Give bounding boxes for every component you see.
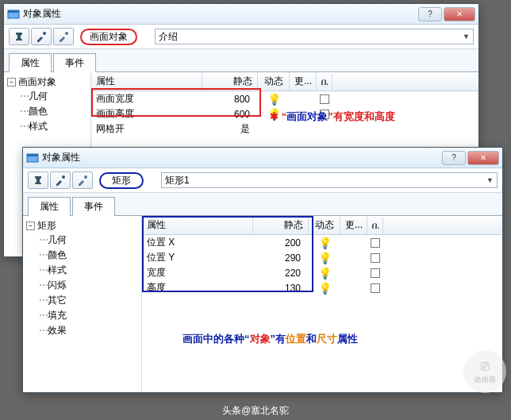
tree-item[interactable]: 填充 <box>39 308 138 323</box>
bulb-icon[interactable]: 💡 <box>309 283 340 294</box>
tabbar: 属性 事件 <box>23 193 502 216</box>
titlebar[interactable]: 对象属性 ? ✕ <box>4 4 478 25</box>
col-lock: በ. <box>317 74 332 90</box>
bulb-icon[interactable]: 💡 <box>258 94 290 105</box>
col-more: 更... <box>340 216 367 234</box>
collapse-icon[interactable]: − <box>7 78 16 87</box>
eyedropper-button[interactable] <box>31 28 52 45</box>
svg-point-3 <box>65 32 68 35</box>
help-button[interactable]: ? <box>442 151 466 165</box>
object-type-label: 矩形 <box>99 172 144 189</box>
footer-credit: 头条@塞北名驼 <box>0 402 511 420</box>
annotation-1: ✱ “画面对象”有宽度和高度 <box>270 110 395 124</box>
tree-item[interactable]: 其它 <box>39 293 138 308</box>
toolbar: 矩形 矩形1 ▼ <box>23 168 502 193</box>
object-selector-combo[interactable]: 介绍 ▼ <box>155 29 474 44</box>
tab-events[interactable]: 事件 <box>72 197 115 216</box>
col-lock: በ. <box>367 218 383 233</box>
titlebar[interactable]: 对象属性 ? ✕ <box>23 148 502 168</box>
bulb-icon[interactable]: 💡 <box>309 268 340 279</box>
app-icon <box>7 8 20 21</box>
object-type-label: 画面对象 <box>80 29 137 45</box>
pin-button[interactable] <box>9 28 29 45</box>
table-row[interactable]: 宽度 220 💡 <box>142 265 502 280</box>
svg-rect-1 <box>8 10 19 13</box>
tree-item[interactable]: 闪烁 <box>39 278 138 293</box>
table-row[interactable]: 画面宽度 800 💡 <box>91 91 478 106</box>
eyedropper2-button[interactable] <box>72 171 93 189</box>
router-icon: ⎚ <box>481 358 490 375</box>
toolbar: 画面对象 介绍 ▼ <box>4 25 478 49</box>
svg-point-6 <box>62 175 65 179</box>
chevron-down-icon: ▼ <box>486 176 494 184</box>
tree-item[interactable]: 样式 <box>39 263 138 278</box>
tree-item[interactable]: 颜色 <box>20 104 87 119</box>
tree-root[interactable]: − 矩形 <box>26 219 138 233</box>
svg-point-7 <box>84 175 87 179</box>
tab-properties[interactable]: 属性 <box>9 53 52 72</box>
chevron-down-icon: ▼ <box>463 33 470 40</box>
annotation-2: 画面中的各种“对象”有位置和尺寸属性 <box>182 332 358 346</box>
col-attr: 属性 <box>91 72 202 91</box>
table-row[interactable]: 位置 Y 290 💡 <box>142 250 502 265</box>
app-icon <box>26 152 39 164</box>
collapse-icon[interactable]: − <box>26 222 35 230</box>
tree-panel: − 矩形 几何 颜色 样式 闪烁 其它 填充 效果 <box>23 216 142 392</box>
bulb-icon[interactable]: 💡 <box>309 252 340 264</box>
tree-item[interactable]: 颜色 <box>39 248 138 263</box>
window-object-props-2: 对象属性 ? ✕ 矩形 矩形1 ▼ 属性 事件 − 矩形 几何 颜色 样式 <box>22 147 503 393</box>
checkbox[interactable] <box>371 268 380 278</box>
col-static: 静态 <box>202 72 258 91</box>
svg-point-2 <box>43 32 46 35</box>
tree-item[interactable]: 样式 <box>20 119 87 134</box>
col-attr: 属性 <box>142 216 253 234</box>
col-dynamic: 动态 <box>309 216 340 234</box>
checkbox[interactable] <box>371 238 380 248</box>
table-header: 属性 静态 动态 更... በ. <box>91 72 478 91</box>
table-header: 属性 静态 动态 更... በ. <box>142 216 502 235</box>
properties-table: 属性 静态 动态 更... በ. 位置 X 200 💡 位置 Y 290 💡 <box>142 216 502 392</box>
watermark-badge: ⎚ 路由器 <box>463 350 506 393</box>
close-button[interactable]: ✕ <box>467 151 499 165</box>
tab-events[interactable]: 事件 <box>53 53 96 72</box>
combo-value: 介绍 <box>159 30 178 44</box>
window-title: 对象属性 <box>42 151 442 164</box>
col-static: 静态 <box>253 216 309 234</box>
combo-value: 矩形1 <box>165 174 190 187</box>
star-icon: ✱ <box>270 110 282 122</box>
tree-root[interactable]: − 画面对象 <box>7 75 87 89</box>
checkbox[interactable] <box>371 283 380 293</box>
eyedropper2-button[interactable] <box>53 28 74 45</box>
col-more: 更... <box>290 72 317 91</box>
checkbox[interactable] <box>371 253 380 263</box>
tree-item[interactable]: 效果 <box>39 323 138 338</box>
tree-item[interactable]: 几何 <box>20 89 87 104</box>
eyedropper-button[interactable] <box>50 171 71 189</box>
col-dynamic: 动态 <box>258 72 290 91</box>
tab-properties[interactable]: 属性 <box>28 197 71 216</box>
close-button[interactable]: ✕ <box>444 7 475 21</box>
checkbox[interactable] <box>320 94 329 104</box>
window-buttons: ? ✕ <box>418 7 475 21</box>
pin-button[interactable] <box>28 171 48 189</box>
window-buttons: ? ✕ <box>442 151 499 165</box>
bulb-icon[interactable]: 💡 <box>309 237 340 249</box>
tree-item[interactable]: 几何 <box>39 233 138 248</box>
object-selector-combo[interactable]: 矩形1 ▼ <box>161 172 498 188</box>
window-title: 对象属性 <box>23 7 418 21</box>
tabbar: 属性 事件 <box>4 49 478 72</box>
table-row[interactable]: 高度 130 💡 <box>142 280 502 295</box>
table-row[interactable]: 位置 X 200 💡 <box>142 235 502 250</box>
content-area: − 矩形 几何 颜色 样式 闪烁 其它 填充 效果 属性 静态 动态 更... … <box>23 216 502 392</box>
svg-rect-5 <box>27 154 38 156</box>
help-button[interactable]: ? <box>418 7 442 21</box>
